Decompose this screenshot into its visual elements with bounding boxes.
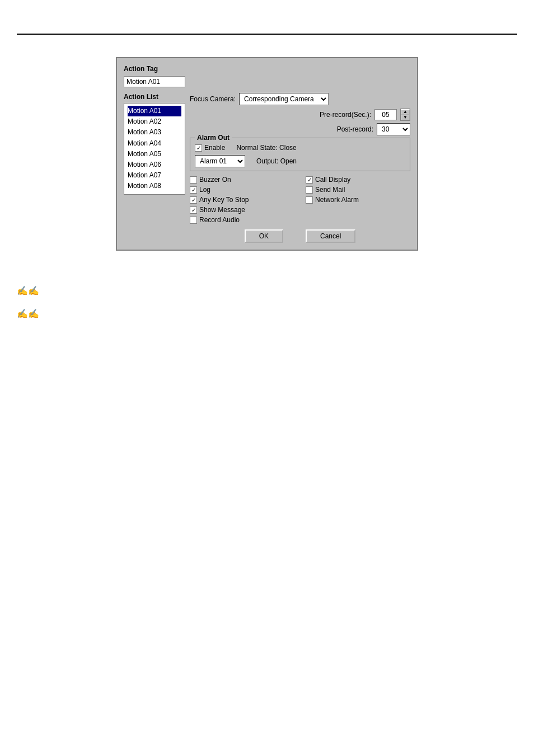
- enable-option: Enable: [195, 144, 225, 152]
- record-audio-option: Record Audio: [190, 216, 294, 224]
- pre-record-label: Pre-record(Sec.):: [320, 111, 371, 119]
- pre-record-down-button[interactable]: ▼: [401, 115, 410, 120]
- list-item[interactable]: Motion A05: [128, 149, 181, 159]
- post-record-label: Post-record:: [337, 125, 373, 133]
- alarm-out-group: Alarm Out Enable Normal State: Close Ala…: [190, 138, 410, 171]
- any-key-option: Any Key To Stop: [190, 196, 294, 204]
- output-label: Output: Open: [256, 157, 297, 165]
- alarm-select[interactable]: Alarm 01: [195, 155, 245, 167]
- record-audio-label: Record Audio: [199, 216, 240, 224]
- list-item[interactable]: Motion A04: [128, 138, 181, 149]
- show-message-checkbox[interactable]: [190, 206, 197, 214]
- list-item[interactable]: Motion A08: [128, 181, 181, 191]
- call-display-label: Call Display: [315, 176, 350, 184]
- call-display-option: Call Display: [306, 176, 410, 184]
- network-alarm-checkbox[interactable]: [306, 196, 313, 204]
- record-audio-checkbox[interactable]: [190, 217, 197, 224]
- post-record-select[interactable]: 30: [377, 123, 410, 135]
- enable-label: Enable: [204, 144, 225, 152]
- empty-cell: [306, 206, 410, 214]
- ok-button[interactable]: OK: [245, 229, 283, 243]
- focus-camera-select[interactable]: Corresponding Camera: [239, 93, 329, 105]
- buttons-row: OK Cancel: [190, 229, 410, 243]
- dialog-body: Action List Motion A01 Motion A02 Motion…: [124, 93, 410, 243]
- alarm-enable-row: Enable Normal State: Close: [195, 144, 405, 152]
- list-item[interactable]: Motion A02: [128, 116, 181, 127]
- list-item[interactable]: Motion A01: [128, 106, 181, 116]
- note-icon-1: ✍✍: [17, 285, 39, 296]
- pre-record-input[interactable]: [374, 109, 397, 120]
- note-item-2: ✍✍: [17, 307, 517, 319]
- send-mail-checkbox[interactable]: [306, 186, 313, 194]
- note-icon-2: ✍✍: [17, 308, 39, 319]
- network-alarm-option: Network Alarm: [306, 196, 410, 204]
- network-alarm-label: Network Alarm: [315, 196, 359, 204]
- focus-camera-row: Focus Camera: Corresponding Camera: [190, 93, 410, 105]
- show-message-option: Show Message: [190, 206, 294, 214]
- any-key-label: Any Key To Stop: [199, 196, 249, 204]
- list-item[interactable]: Motion A03: [128, 127, 181, 138]
- normal-state-label: Normal State: Close: [236, 144, 296, 152]
- options-grid: Buzzer On Call Display Log: [190, 176, 410, 224]
- buzzer-on-label: Buzzer On: [199, 176, 231, 184]
- buzzer-on-checkbox[interactable]: [190, 176, 197, 184]
- bottom-content: ✍✍ ✍✍: [0, 284, 534, 319]
- dialog-wrapper: Action Tag Action List Motion A01 Motion…: [0, 57, 534, 251]
- pre-record-up-button[interactable]: ▲: [401, 109, 410, 115]
- send-mail-label: Send Mail: [315, 186, 345, 194]
- show-message-label: Show Message: [199, 206, 245, 214]
- top-divider: [17, 34, 517, 35]
- pre-record-spinner: ▲ ▼: [400, 109, 410, 121]
- list-item[interactable]: Motion A07: [128, 170, 181, 181]
- log-option: Log: [190, 186, 294, 194]
- pre-record-row: Pre-record(Sec.): ▲ ▼: [190, 109, 410, 121]
- any-key-checkbox[interactable]: [190, 196, 197, 204]
- alarm-out-legend: Alarm Out: [195, 134, 232, 142]
- cancel-button[interactable]: Cancel: [306, 229, 355, 243]
- focus-camera-label: Focus Camera:: [190, 95, 236, 103]
- log-checkbox[interactable]: [190, 186, 197, 194]
- buzzer-on-option: Buzzer On: [190, 176, 294, 184]
- list-item[interactable]: Motion A06: [128, 159, 181, 170]
- log-label: Log: [199, 186, 210, 194]
- action-tag-dialog: Action Tag Action List Motion A01 Motion…: [116, 57, 418, 251]
- enable-checkbox[interactable]: [195, 144, 202, 152]
- send-mail-option: Send Mail: [306, 186, 410, 194]
- action-tag-label: Action Tag: [124, 65, 410, 73]
- action-list-box: Motion A01 Motion A02 Motion A03 Motion …: [124, 103, 185, 195]
- action-tag-input[interactable]: [124, 76, 185, 87]
- action-list-label: Action List: [124, 93, 185, 101]
- action-list-panel: Action List Motion A01 Motion A02 Motion…: [124, 93, 185, 243]
- note-item-1: ✍✍: [17, 284, 517, 296]
- alarm-select-row: Alarm 01 Output: Open: [195, 155, 405, 167]
- right-panel: Focus Camera: Corresponding Camera Pre-r…: [190, 93, 410, 243]
- call-display-checkbox[interactable]: [306, 176, 313, 184]
